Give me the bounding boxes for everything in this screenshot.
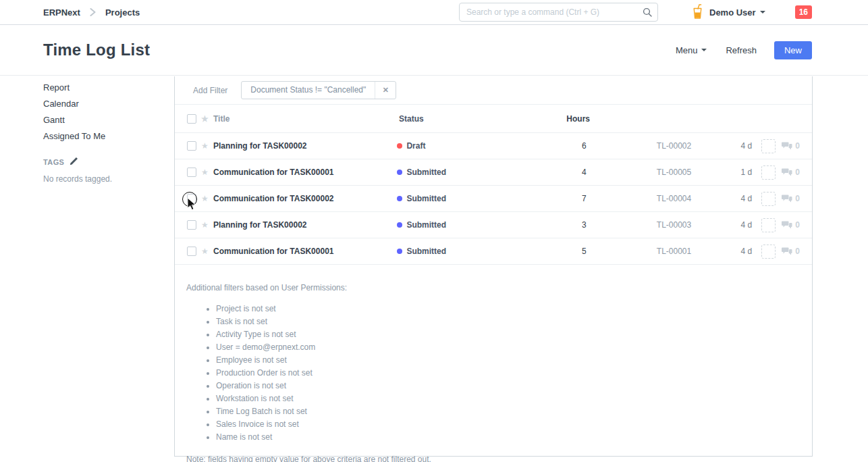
permission-item: Production Order is not set: [216, 368, 801, 378]
row-hours: 4: [518, 168, 587, 177]
star-icon[interactable]: ★: [201, 247, 213, 255]
top-navbar: ERPNext Projects Demo User 16: [0, 0, 868, 25]
assign-placeholder[interactable]: [761, 192, 776, 206]
table-row[interactable]: ★ Planning for TASK00002 Draft 6 TL-0000…: [175, 133, 812, 159]
chevron-down-icon: [760, 11, 765, 14]
status-dot: [397, 249, 402, 254]
status-dot: [397, 170, 402, 175]
permissions-note: Additional filters based on User Permiss…: [175, 265, 812, 462]
row-age: 4 d: [691, 194, 752, 203]
comment-count: 0: [782, 194, 800, 203]
row-checkbox[interactable]: [187, 141, 196, 151]
row-age: 1 d: [691, 168, 752, 177]
user-name[interactable]: Demo User: [709, 7, 756, 18]
remove-filter-icon[interactable]: ✕: [375, 82, 396, 99]
list-sidebar: Report Calendar Gantt Assigned To Me TAG…: [43, 83, 155, 184]
star-icon[interactable]: ★: [201, 221, 213, 229]
sidebar-item-gantt[interactable]: Gantt: [43, 116, 155, 124]
column-title[interactable]: Title: [213, 114, 399, 124]
refresh-button[interactable]: Refresh: [726, 45, 757, 55]
row-checkbox[interactable]: [187, 194, 196, 203]
permission-item: Workstation is not set: [216, 394, 801, 403]
comment-count: 0: [782, 141, 800, 151]
comment-count-value: 0: [795, 194, 800, 203]
assign-placeholder[interactable]: [761, 139, 776, 153]
filter-pill-label[interactable]: Document Status != "Cancelled": [242, 82, 375, 99]
active-filter-pill[interactable]: Document Status != "Cancelled" ✕: [241, 81, 396, 99]
notification-badge[interactable]: 16: [795, 5, 812, 19]
pencil-icon[interactable]: [70, 157, 78, 167]
row-checkbox[interactable]: [187, 220, 196, 230]
comment-count-value: 0: [795, 141, 800, 151]
star-icon[interactable]: ★: [201, 168, 213, 176]
row-title-link[interactable]: Communication for TASK00002: [213, 194, 333, 203]
search-input[interactable]: [459, 3, 658, 22]
sidebar-item-assigned-to-me[interactable]: Assigned To Me: [43, 132, 155, 140]
status-dot: [397, 222, 402, 228]
row-title-link[interactable]: Planning for TASK00002: [213, 141, 306, 151]
row-status: Submitted: [397, 247, 517, 256]
row-checkbox[interactable]: [187, 247, 196, 256]
comment-count-value: 0: [795, 247, 800, 256]
sidebar-item-calendar[interactable]: Calendar: [43, 99, 155, 108]
breadcrumb[interactable]: Projects: [105, 7, 140, 18]
list-panel: Add Filter Document Status != "Cancelled…: [174, 76, 813, 457]
assign-placeholder[interactable]: [761, 218, 776, 232]
row-id: TL-00001: [587, 247, 692, 256]
column-hours[interactable]: Hours: [520, 114, 590, 124]
permission-item: Time Log Batch is not set: [216, 407, 801, 416]
star-icon[interactable]: ★: [201, 142, 213, 150]
chevron-down-icon: [701, 49, 707, 51]
chevron-right-icon: [90, 8, 96, 16]
permission-item: Sales Invoice is not set: [216, 419, 801, 429]
assign-placeholder[interactable]: [761, 245, 776, 259]
table-row[interactable]: ★ Communication for TASK00001 Submitted …: [175, 159, 812, 186]
row-checkbox[interactable]: [187, 168, 196, 177]
comment-count-value: 0: [795, 220, 800, 230]
app-brand[interactable]: ERPNext: [43, 7, 80, 18]
juice-cup-icon[interactable]: [693, 4, 703, 21]
permissions-list: Project is not set Task is not set Activ…: [186, 304, 801, 442]
select-all-checkbox[interactable]: [187, 114, 196, 124]
permission-item: Task is not set: [216, 317, 801, 326]
row-id: TL-00004: [587, 194, 692, 203]
status-dot: [397, 143, 402, 149]
assign-placeholder[interactable]: [761, 165, 776, 180]
permission-item: User = demo@erpnext.com: [216, 342, 801, 352]
comment-icon: [782, 142, 792, 150]
row-title-link[interactable]: Planning for TASK00002: [213, 220, 306, 230]
table-row[interactable]: ★ Communication for TASK00001 Submitted …: [175, 238, 812, 265]
sidebar-item-report[interactable]: Report: [43, 83, 155, 92]
footer-note: Note: fields having empty value for abov…: [186, 455, 801, 462]
status-label: Submitted: [406, 247, 446, 256]
page-actions: Menu Refresh New: [676, 41, 812, 59]
menu-button-label: Menu: [676, 45, 698, 55]
status-dot: [397, 196, 402, 201]
status-label: Draft: [406, 141, 425, 151]
row-id: TL-00002: [587, 141, 692, 151]
tags-label: TAGS: [43, 158, 64, 166]
status-label: Submitted: [406, 220, 446, 230]
row-id: TL-00005: [587, 168, 692, 177]
add-filter-button[interactable]: Add Filter: [193, 86, 227, 95]
menu-button[interactable]: Menu: [676, 45, 707, 55]
filter-area: Add Filter Document Status != "Cancelled…: [175, 76, 812, 105]
row-id: TL-00003: [587, 220, 692, 230]
permission-item: Employee is not set: [216, 355, 801, 365]
star-icon: ★: [201, 115, 213, 123]
row-status: Submitted: [397, 220, 517, 230]
row-title-link[interactable]: Communication for TASK00001: [213, 247, 333, 256]
comment-count: 0: [782, 168, 800, 177]
table-row[interactable]: ★ Planning for TASK00002 Submitted 3 TL-…: [175, 212, 812, 238]
column-status[interactable]: Status: [399, 114, 520, 124]
user-menu[interactable]: Demo User: [693, 4, 765, 21]
search-icon[interactable]: [643, 7, 652, 19]
comment-icon: [782, 221, 792, 229]
row-age: 4 d: [691, 247, 752, 256]
new-button[interactable]: New: [774, 41, 812, 59]
row-title-link[interactable]: Communication for TASK00001: [213, 168, 333, 177]
star-icon[interactable]: ★: [201, 195, 213, 203]
comment-count-value: 0: [795, 168, 800, 177]
table-row[interactable]: ★ Communication for TASK00002 Submitted …: [175, 186, 812, 212]
list-header-row: ★ Title Status Hours: [175, 105, 812, 133]
